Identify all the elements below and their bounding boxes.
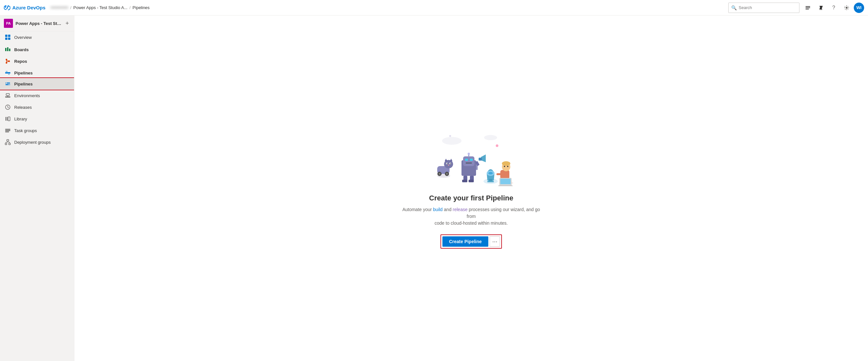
svg-point-49 — [448, 165, 449, 165]
svg-rect-81 — [500, 179, 510, 184]
empty-state-description: Automate your build and release processe… — [400, 206, 542, 227]
svg-rect-32 — [5, 132, 9, 132]
project-name: Power Apps - Test Stud... — [16, 21, 61, 26]
breadcrumb-project[interactable]: Power Apps - Test Studio A... — [73, 5, 127, 10]
svg-point-60 — [468, 153, 470, 155]
sidebar-item-boards[interactable]: Boards — [0, 43, 74, 55]
svg-rect-56 — [465, 159, 468, 161]
pipelines-section-label: Pipelines — [14, 71, 33, 76]
empty-state-title: Create your first Pipeline — [429, 194, 513, 202]
svg-rect-10 — [7, 47, 8, 51]
sidebar-item-pipelines[interactable]: Pipelines — [0, 78, 74, 90]
deployment-groups-label: Deployment groups — [14, 140, 51, 145]
boards-label: Boards — [14, 47, 29, 52]
overview-label: Overview — [14, 35, 32, 40]
svg-rect-1 — [806, 7, 810, 8]
sidebar-item-releases[interactable]: Releases — [0, 101, 74, 113]
sidebar: PA Power Apps - Test Stud... + Overview … — [0, 16, 74, 361]
svg-rect-34 — [5, 143, 7, 145]
svg-rect-27 — [5, 117, 6, 121]
svg-rect-31 — [5, 130, 10, 131]
header: Azure DevOps •••••••••••• / Power Apps -… — [0, 0, 868, 16]
pipelines-illustration — [426, 128, 517, 186]
svg-rect-8 — [8, 37, 10, 40]
sidebar-item-repos[interactable]: Repos — [0, 55, 74, 66]
boards-icon — [4, 46, 11, 53]
svg-point-39 — [449, 135, 451, 137]
pipelines-item-icon — [4, 81, 11, 87]
svg-point-48 — [450, 163, 451, 164]
svg-rect-30 — [5, 129, 10, 130]
svg-point-77 — [502, 161, 510, 166]
project-header: PA Power Apps - Test Stud... + — [0, 16, 74, 31]
sidebar-item-environments[interactable]: Environments — [0, 90, 74, 101]
breadcrumb-sep-1: / — [70, 5, 71, 10]
library-label: Library — [14, 116, 27, 121]
overview-icon — [4, 34, 11, 40]
svg-rect-2 — [806, 9, 809, 9]
svg-rect-67 — [462, 180, 467, 182]
basket-icon[interactable] — [815, 2, 827, 13]
svg-point-4 — [822, 9, 822, 10]
svg-rect-83 — [496, 173, 501, 175]
search-input[interactable] — [739, 5, 797, 10]
breadcrumb-sep-2: / — [129, 5, 131, 10]
svg-point-47 — [447, 163, 447, 164]
sidebar-item-task-groups[interactable]: Task groups — [0, 124, 74, 136]
svg-rect-7 — [5, 37, 7, 40]
svg-rect-5 — [5, 35, 7, 37]
empty-state: Create your first Pipeline Automate your… — [394, 121, 549, 255]
svg-point-12 — [6, 59, 7, 60]
svg-rect-73 — [487, 181, 494, 182]
svg-rect-6 — [8, 35, 10, 37]
svg-point-53 — [446, 173, 447, 174]
environments-label: Environments — [14, 93, 40, 98]
svg-point-22 — [6, 83, 7, 83]
svg-rect-15 — [5, 72, 10, 74]
user-avatar[interactable]: WI — [854, 3, 864, 13]
search-box[interactable]: 🔍 — [728, 3, 800, 13]
help-icon[interactable]: ? — [828, 2, 840, 13]
create-pipeline-actions: Create Pipeline ⋯ — [440, 234, 502, 249]
search-icon: 🔍 — [731, 5, 737, 10]
svg-rect-82 — [498, 185, 513, 186]
svg-point-37 — [484, 135, 497, 140]
azure-devops-logo[interactable]: Azure DevOps — [4, 4, 45, 11]
breadcrumb-org[interactable]: •••••••••••• — [51, 5, 68, 10]
sidebar-item-deployment-groups[interactable]: Deployment groups — [0, 136, 74, 148]
notifications-icon[interactable] — [802, 2, 814, 13]
svg-rect-35 — [9, 143, 10, 145]
svg-rect-55 — [463, 157, 474, 166]
breadcrumb: •••••••••••• / Power Apps - Test Studio … — [51, 5, 726, 10]
repos-label: Repos — [14, 59, 27, 64]
sidebar-section-pipelines[interactable]: Pipelines — [0, 66, 74, 78]
library-icon — [4, 116, 11, 122]
releases-icon — [4, 104, 11, 110]
environments-icon — [4, 92, 11, 99]
svg-rect-57 — [470, 159, 473, 161]
body: PA Power Apps - Test Stud... + Overview … — [0, 16, 868, 361]
release-link[interactable]: release — [453, 207, 468, 212]
releases-label: Releases — [14, 105, 32, 110]
svg-point-36 — [442, 137, 462, 145]
create-pipeline-button[interactable]: Create Pipeline — [442, 237, 488, 247]
svg-rect-11 — [9, 49, 10, 51]
svg-rect-58 — [466, 163, 472, 164]
svg-point-13 — [6, 62, 7, 64]
svg-point-79 — [507, 166, 508, 167]
svg-marker-43 — [445, 159, 447, 161]
build-link[interactable]: build — [433, 207, 443, 212]
svg-point-18 — [6, 71, 7, 72]
svg-rect-24 — [5, 96, 10, 98]
repos-icon — [4, 58, 11, 64]
svg-point-38 — [496, 144, 498, 147]
sidebar-item-library[interactable]: Library — [0, 113, 74, 124]
sidebar-item-overview[interactable]: Overview — [0, 31, 74, 43]
task-groups-label: Task groups — [14, 128, 37, 133]
more-options-button[interactable]: ⋯ — [490, 237, 500, 247]
svg-rect-9 — [5, 48, 6, 51]
svg-rect-29 — [8, 117, 10, 121]
settings-icon[interactable] — [841, 2, 852, 13]
add-project-button[interactable]: + — [64, 20, 70, 28]
svg-rect-25 — [6, 93, 9, 95]
